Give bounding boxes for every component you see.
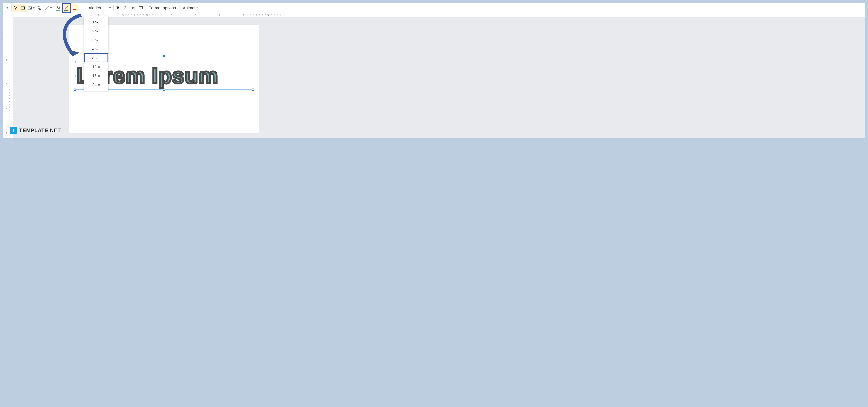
italic-button[interactable]: I bbox=[121, 4, 128, 11]
textbox-icon: T bbox=[21, 6, 25, 10]
resize-handle-nw[interactable] bbox=[74, 61, 76, 63]
ruler-v-number: 4 bbox=[6, 107, 8, 110]
ruler-v-number: 3 bbox=[6, 83, 8, 86]
border-weight-option-8px[interactable]: ✓8px bbox=[84, 53, 108, 62]
chevron-down-icon bbox=[6, 7, 8, 8]
option-label: 2px bbox=[92, 29, 99, 33]
image-icon bbox=[28, 6, 32, 10]
svg-line-6 bbox=[45, 6, 49, 10]
resize-handle-sw[interactable] bbox=[74, 89, 76, 91]
svg-text:T: T bbox=[22, 7, 24, 9]
fill-color-swatch bbox=[56, 10, 60, 11]
border-dash-icon bbox=[79, 6, 84, 10]
resize-handle-se[interactable] bbox=[252, 89, 254, 91]
bold-icon: B bbox=[117, 5, 119, 10]
rotation-handle[interactable] bbox=[163, 55, 165, 57]
ruler-h-number: 5 bbox=[170, 14, 172, 17]
ruler-v-number: 1 bbox=[6, 34, 8, 37]
watermark-icon-letter: T bbox=[12, 128, 15, 133]
slide-viewport[interactable]: Lorem Ipsum bbox=[13, 17, 865, 138]
border-color-swatch bbox=[64, 10, 68, 11]
ruler-h-number: 6 bbox=[195, 14, 196, 17]
watermark-text: TEMPLATE.NET bbox=[19, 127, 61, 133]
option-label: 3px bbox=[92, 38, 99, 42]
canvas-area: 12345 Lorem Ipsum bbox=[3, 17, 865, 138]
option-label: 8px bbox=[92, 56, 99, 60]
border-weight-icon bbox=[72, 6, 76, 10]
watermark-bold: TEMPLATE bbox=[19, 127, 49, 133]
option-label: 16px bbox=[92, 73, 101, 78]
vertical-ruler: 12345 bbox=[3, 17, 13, 138]
format-options-label: Format options bbox=[149, 6, 176, 10]
option-label: 24px bbox=[92, 83, 101, 87]
border-weight-dropdown: 1px2px3px4px✓8px12px16px24px bbox=[84, 16, 108, 91]
app-window: T bbox=[3, 3, 865, 138]
font-family-label: Aldrich bbox=[89, 6, 101, 10]
resize-handle-n[interactable] bbox=[163, 61, 165, 63]
ruler-h-number: 4 bbox=[146, 14, 148, 17]
link-icon bbox=[131, 6, 136, 10]
check-icon: ✓ bbox=[87, 56, 90, 60]
border-weight-option-12px[interactable]: 12px bbox=[84, 62, 108, 71]
animate-label: Animate bbox=[183, 6, 198, 10]
border-weight-option-4px[interactable]: 4px bbox=[84, 44, 108, 53]
shape-tool-button[interactable] bbox=[36, 4, 43, 11]
border-weight-option-2px[interactable]: 2px bbox=[84, 27, 108, 35]
border-weight-option-24px[interactable]: 24px bbox=[84, 80, 108, 89]
insert-link-button[interactable] bbox=[130, 4, 137, 11]
ruler-h-number: 7 bbox=[219, 14, 220, 17]
separator bbox=[179, 5, 180, 11]
textbox-tool-button[interactable]: T bbox=[19, 4, 26, 11]
option-label: 4px bbox=[92, 47, 99, 51]
shape-icon bbox=[37, 6, 41, 10]
bold-button[interactable]: B bbox=[114, 4, 121, 11]
resize-handle-w[interactable] bbox=[74, 75, 76, 77]
italic-icon: I bbox=[124, 5, 126, 10]
animate-button[interactable]: Animate bbox=[180, 4, 200, 11]
format-options-button[interactable]: Format options bbox=[146, 4, 179, 11]
select-tool-button[interactable] bbox=[12, 4, 19, 11]
fill-color-button[interactable] bbox=[55, 4, 62, 11]
ruler-h-number: 8 bbox=[243, 14, 245, 17]
resize-handle-e[interactable] bbox=[252, 75, 254, 77]
paint-bucket-icon bbox=[56, 5, 61, 10]
font-family-select[interactable]: Aldrich bbox=[87, 4, 113, 11]
border-weight-option-1px[interactable]: 1px bbox=[84, 18, 108, 27]
pencil-icon bbox=[64, 5, 69, 10]
ruler-v-number: 2 bbox=[6, 59, 8, 62]
option-label: 1px bbox=[92, 20, 99, 24]
border-weight-option-3px[interactable]: 3px bbox=[84, 35, 108, 44]
chevron-down-icon bbox=[109, 7, 111, 8]
border-dash-button[interactable] bbox=[78, 4, 85, 11]
separator bbox=[86, 5, 86, 11]
border-weight-option-16px[interactable]: 16px bbox=[84, 71, 108, 80]
option-label: 12px bbox=[92, 65, 101, 69]
watermark: T TEMPLATE.NET bbox=[10, 127, 61, 134]
line-tool-button[interactable] bbox=[43, 4, 53, 11]
border-color-button[interactable] bbox=[62, 3, 71, 13]
chevron-down-icon bbox=[33, 7, 35, 8]
line-icon bbox=[44, 5, 50, 11]
horizontal-ruler: 23456789 bbox=[3, 13, 865, 17]
image-tool-button[interactable] bbox=[26, 4, 36, 11]
border-weight-button[interactable] bbox=[71, 4, 78, 11]
separator bbox=[54, 5, 54, 11]
more-left-button[interactable] bbox=[3, 4, 10, 11]
resize-handle-s[interactable] bbox=[163, 89, 165, 91]
chevron-down-icon bbox=[50, 7, 52, 8]
watermark-light: .NET bbox=[49, 127, 61, 133]
comment-icon bbox=[138, 6, 143, 10]
toolbar: T bbox=[3, 3, 865, 13]
resize-handle-ne[interactable] bbox=[252, 61, 254, 63]
ruler-v-number: 5 bbox=[6, 131, 8, 134]
insert-comment-button[interactable] bbox=[137, 4, 144, 11]
cursor-icon bbox=[13, 6, 18, 10]
watermark-icon: T bbox=[10, 127, 17, 134]
